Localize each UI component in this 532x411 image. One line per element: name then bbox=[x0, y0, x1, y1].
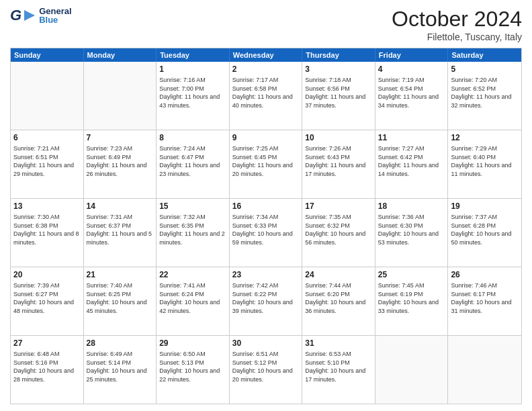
day-number: 23 bbox=[232, 269, 300, 280]
day-detail: Sunrise: 6:48 AM Sunset: 5:16 PM Dayligh… bbox=[13, 350, 81, 383]
day-number: 22 bbox=[159, 269, 226, 280]
day-number: 13 bbox=[13, 201, 81, 212]
svg-marker-0 bbox=[24, 10, 35, 21]
day-number: 17 bbox=[305, 201, 372, 212]
day-detail: Sunrise: 7:46 AM Sunset: 6:17 PM Dayligh… bbox=[451, 281, 519, 315]
day-number: 8 bbox=[159, 132, 226, 143]
calendar-cell: 8Sunrise: 7:24 AM Sunset: 6:47 PM Daylig… bbox=[157, 130, 230, 198]
day-number: 19 bbox=[451, 201, 519, 212]
day-number: 1 bbox=[159, 64, 226, 75]
day-detail: Sunrise: 7:27 AM Sunset: 6:42 PM Dayligh… bbox=[378, 144, 445, 178]
day-detail: Sunrise: 7:37 AM Sunset: 6:28 PM Dayligh… bbox=[451, 213, 519, 246]
calendar-cell: 11Sunrise: 7:27 AM Sunset: 6:42 PM Dayli… bbox=[375, 130, 449, 198]
day-detail: Sunrise: 7:39 AM Sunset: 6:27 PM Dayligh… bbox=[13, 281, 81, 315]
location: Filettole, Tuscany, Italy bbox=[392, 32, 522, 42]
day-number: 20 bbox=[13, 269, 81, 280]
calendar-cell: 31Sunrise: 6:53 AM Sunset: 5:10 PM Dayli… bbox=[302, 336, 375, 404]
day-detail: Sunrise: 7:32 AM Sunset: 6:35 PM Dayligh… bbox=[159, 213, 226, 246]
day-number: 7 bbox=[87, 132, 154, 143]
day-detail: Sunrise: 7:42 AM Sunset: 6:22 PM Dayligh… bbox=[232, 281, 300, 315]
day-header-saturday: Saturday bbox=[448, 48, 521, 62]
calendar-cell: 14Sunrise: 7:31 AM Sunset: 6:37 PM Dayli… bbox=[84, 199, 157, 267]
calendar-cell bbox=[448, 336, 521, 404]
day-detail: Sunrise: 7:26 AM Sunset: 6:43 PM Dayligh… bbox=[305, 144, 372, 178]
day-detail: Sunrise: 7:45 AM Sunset: 6:19 PM Dayligh… bbox=[378, 281, 445, 315]
calendar-cell bbox=[84, 62, 157, 130]
day-detail: Sunrise: 7:36 AM Sunset: 6:30 PM Dayligh… bbox=[378, 213, 445, 246]
day-number: 24 bbox=[305, 269, 372, 280]
calendar-cell: 29Sunrise: 6:50 AM Sunset: 5:13 PM Dayli… bbox=[157, 336, 230, 404]
calendar-cell: 10Sunrise: 7:26 AM Sunset: 6:43 PM Dayli… bbox=[302, 130, 375, 198]
header: G General Blue October 2024 Filettole, T… bbox=[10, 7, 522, 42]
day-number: 14 bbox=[87, 201, 154, 212]
calendar-cell: 12Sunrise: 7:29 AM Sunset: 6:40 PM Dayli… bbox=[448, 130, 521, 198]
day-number: 26 bbox=[451, 269, 519, 280]
day-detail: Sunrise: 7:34 AM Sunset: 6:33 PM Dayligh… bbox=[232, 213, 300, 246]
day-detail: Sunrise: 6:51 AM Sunset: 5:12 PM Dayligh… bbox=[232, 350, 300, 383]
day-number: 31 bbox=[305, 338, 372, 349]
day-number: 18 bbox=[378, 201, 445, 212]
logo-blue: Blue bbox=[39, 15, 71, 24]
day-detail: Sunrise: 6:49 AM Sunset: 5:14 PM Dayligh… bbox=[87, 350, 154, 383]
day-number: 16 bbox=[232, 201, 300, 212]
day-number: 27 bbox=[13, 338, 81, 349]
logo: G General Blue bbox=[10, 7, 72, 24]
day-number: 10 bbox=[305, 132, 372, 143]
calendar-cell: 6Sunrise: 7:21 AM Sunset: 6:51 PM Daylig… bbox=[11, 130, 84, 198]
day-detail: Sunrise: 7:29 AM Sunset: 6:40 PM Dayligh… bbox=[451, 144, 519, 178]
calendar-cell: 3Sunrise: 7:18 AM Sunset: 6:56 PM Daylig… bbox=[302, 62, 375, 130]
calendar-cell: 7Sunrise: 7:23 AM Sunset: 6:49 PM Daylig… bbox=[84, 130, 157, 198]
day-detail: Sunrise: 7:30 AM Sunset: 6:38 PM Dayligh… bbox=[13, 213, 81, 246]
day-number: 6 bbox=[13, 132, 81, 143]
day-detail: Sunrise: 7:16 AM Sunset: 7:00 PM Dayligh… bbox=[159, 76, 226, 109]
calendar-cell: 1Sunrise: 7:16 AM Sunset: 7:00 PM Daylig… bbox=[157, 62, 230, 130]
day-header-thursday: Thursday bbox=[302, 48, 375, 62]
calendar-cell: 27Sunrise: 6:48 AM Sunset: 5:16 PM Dayli… bbox=[11, 336, 84, 404]
day-number: 25 bbox=[378, 269, 445, 280]
day-number: 15 bbox=[159, 201, 226, 212]
day-detail: Sunrise: 7:18 AM Sunset: 6:56 PM Dayligh… bbox=[305, 76, 372, 109]
day-number: 29 bbox=[159, 338, 226, 349]
calendar-header: SundayMondayTuesdayWednesdayThursdayFrid… bbox=[11, 48, 521, 62]
calendar-week-4: 20Sunrise: 7:39 AM Sunset: 6:27 PM Dayli… bbox=[11, 267, 521, 335]
day-header-tuesday: Tuesday bbox=[157, 48, 230, 62]
calendar-cell: 23Sunrise: 7:42 AM Sunset: 6:22 PM Dayli… bbox=[230, 267, 303, 335]
calendar-cell: 28Sunrise: 6:49 AM Sunset: 5:14 PM Dayli… bbox=[84, 336, 157, 404]
calendar-cell: 17Sunrise: 7:35 AM Sunset: 6:32 PM Dayli… bbox=[302, 199, 375, 267]
calendar-cell: 21Sunrise: 7:40 AM Sunset: 6:25 PM Dayli… bbox=[84, 267, 157, 335]
day-number: 21 bbox=[87, 269, 154, 280]
calendar-week-2: 6Sunrise: 7:21 AM Sunset: 6:51 PM Daylig… bbox=[11, 130, 521, 198]
calendar-cell: 19Sunrise: 7:37 AM Sunset: 6:28 PM Dayli… bbox=[448, 199, 521, 267]
day-detail: Sunrise: 6:50 AM Sunset: 5:13 PM Dayligh… bbox=[159, 350, 226, 383]
calendar-cell: 22Sunrise: 7:41 AM Sunset: 6:24 PM Dayli… bbox=[157, 267, 230, 335]
page: G General Blue October 2024 Filettole, T… bbox=[0, 0, 532, 411]
day-detail: Sunrise: 7:35 AM Sunset: 6:32 PM Dayligh… bbox=[305, 213, 372, 246]
day-header-wednesday: Wednesday bbox=[230, 48, 303, 62]
calendar-cell: 25Sunrise: 7:45 AM Sunset: 6:19 PM Dayli… bbox=[375, 267, 449, 335]
day-detail: Sunrise: 7:21 AM Sunset: 6:51 PM Dayligh… bbox=[13, 144, 81, 178]
calendar-cell: 13Sunrise: 7:30 AM Sunset: 6:38 PM Dayli… bbox=[11, 199, 84, 267]
calendar-cell: 2Sunrise: 7:17 AM Sunset: 6:58 PM Daylig… bbox=[230, 62, 303, 130]
day-detail: Sunrise: 7:31 AM Sunset: 6:37 PM Dayligh… bbox=[87, 213, 154, 246]
calendar-cell: 15Sunrise: 7:32 AM Sunset: 6:35 PM Dayli… bbox=[157, 199, 230, 267]
day-detail: Sunrise: 7:40 AM Sunset: 6:25 PM Dayligh… bbox=[87, 281, 154, 315]
day-detail: Sunrise: 7:17 AM Sunset: 6:58 PM Dayligh… bbox=[232, 76, 300, 109]
day-detail: Sunrise: 7:44 AM Sunset: 6:20 PM Dayligh… bbox=[305, 281, 372, 315]
month-title: October 2024 bbox=[392, 7, 522, 32]
day-detail: Sunrise: 7:24 AM Sunset: 6:47 PM Dayligh… bbox=[159, 144, 226, 178]
calendar-cell: 20Sunrise: 7:39 AM Sunset: 6:27 PM Dayli… bbox=[11, 267, 84, 335]
calendar-week-5: 27Sunrise: 6:48 AM Sunset: 5:16 PM Dayli… bbox=[11, 335, 521, 404]
calendar-body: 1Sunrise: 7:16 AM Sunset: 7:00 PM Daylig… bbox=[11, 62, 521, 404]
calendar: SundayMondayTuesdayWednesdayThursdayFrid… bbox=[10, 48, 522, 404]
day-number: 12 bbox=[451, 132, 519, 143]
calendar-cell: 26Sunrise: 7:46 AM Sunset: 6:17 PM Dayli… bbox=[448, 267, 521, 335]
day-detail: Sunrise: 6:53 AM Sunset: 5:10 PM Dayligh… bbox=[305, 350, 372, 383]
day-number: 4 bbox=[378, 64, 445, 75]
calendar-cell: 30Sunrise: 6:51 AM Sunset: 5:12 PM Dayli… bbox=[230, 336, 303, 404]
calendar-cell: 16Sunrise: 7:34 AM Sunset: 6:33 PM Dayli… bbox=[230, 199, 303, 267]
calendar-cell: 4Sunrise: 7:19 AM Sunset: 6:54 PM Daylig… bbox=[375, 62, 449, 130]
day-number: 9 bbox=[232, 132, 300, 143]
calendar-cell: 9Sunrise: 7:25 AM Sunset: 6:45 PM Daylig… bbox=[230, 130, 303, 198]
day-number: 2 bbox=[232, 64, 300, 75]
logo-g-letter: G bbox=[10, 8, 21, 23]
